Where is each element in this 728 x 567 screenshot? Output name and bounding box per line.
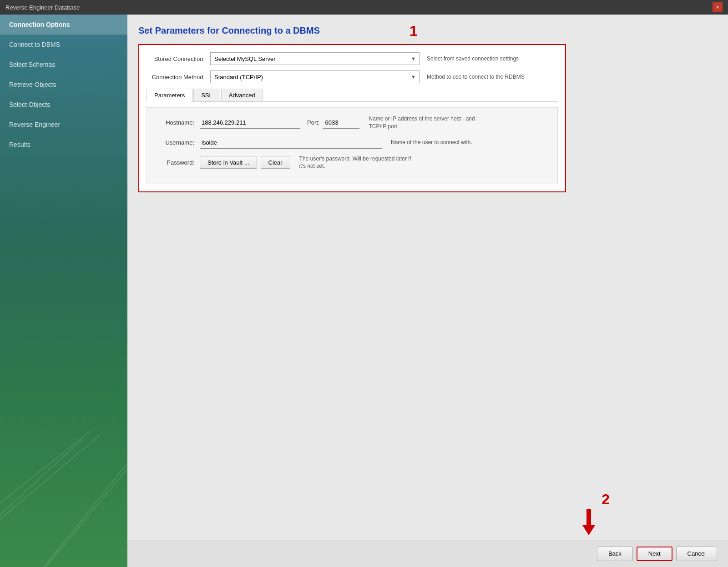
sidebar: Connection Options Connect to DBMS Selec… xyxy=(0,15,127,567)
tab-ssl[interactable]: SSL xyxy=(193,89,220,101)
port-input[interactable] xyxy=(323,117,359,129)
arrow-stem xyxy=(586,509,591,525)
tabs-bar: Parameters SSL Advanced xyxy=(147,89,558,102)
sidebar-item-label: Reverse Engineer xyxy=(9,121,60,128)
main-area: Connection Options Connect to DBMS Selec… xyxy=(0,15,728,567)
password-hint: The user's password. Will be requested l… xyxy=(299,155,418,171)
connection-method-hint: Method to use to connect to the RDBMS xyxy=(427,74,525,80)
params-section: Hostname: Port: Name or IP address of th… xyxy=(147,107,558,184)
annotation-1: 1 xyxy=(410,23,418,40)
sidebar-item-retrieve-objects[interactable]: Retrieve Objects xyxy=(0,75,127,95)
password-row: Password: Store in Vault ... Clear The u… xyxy=(154,155,550,171)
sidebar-item-label: Select Objects xyxy=(9,101,50,108)
username-input[interactable] xyxy=(200,137,382,149)
sidebar-item-label: Select Schemas xyxy=(9,61,55,68)
clear-password-button[interactable]: Clear xyxy=(261,156,290,169)
hostname-row: Hostname: Port: Name or IP address of th… xyxy=(154,115,550,130)
tab-advanced[interactable]: Advanced xyxy=(221,89,263,101)
port-label: Port: xyxy=(307,119,319,126)
stored-connection-select[interactable]: Selectel MySQL Server Local MySQL Remote… xyxy=(210,52,420,65)
next-button[interactable]: Next xyxy=(637,547,672,561)
sidebar-item-reverse-engineer[interactable]: Reverse Engineer xyxy=(0,115,127,135)
connection-method-row: Connection Method: Standard (TCP/IP) TCP… xyxy=(147,70,558,83)
hostname-input[interactable] xyxy=(200,117,300,129)
cancel-button[interactable]: Cancel xyxy=(676,547,717,561)
sidebar-item-select-objects[interactable]: Select Objects xyxy=(0,95,127,115)
title-bar: Reverse Engineer Database × xyxy=(0,0,728,15)
stored-connection-dropdown-wrapper: Selectel MySQL Server Local MySQL Remote… xyxy=(210,52,420,65)
sidebar-item-label: Retrieve Objects xyxy=(9,81,56,88)
username-hint: Name of the user to connect with. xyxy=(391,139,472,146)
arrow-head xyxy=(582,525,595,535)
sidebar-item-select-schemas[interactable]: Select Schemas xyxy=(0,55,127,75)
stored-connection-control: Selectel MySQL Server Local MySQL Remote… xyxy=(210,52,558,65)
stored-connection-row: Stored Connection: Selectel MySQL Server… xyxy=(147,52,558,65)
sidebar-item-results[interactable]: Results xyxy=(0,135,127,155)
connection-method-label: Connection Method: xyxy=(147,74,210,80)
username-row: Username: Name of the user to connect wi… xyxy=(154,137,550,149)
window: Reverse Engineer Database × Connection O… xyxy=(0,0,728,567)
back-button[interactable]: Back xyxy=(597,547,633,561)
arrow-indicator xyxy=(582,509,595,535)
annotation-2-group: 2 xyxy=(602,491,610,508)
sidebar-item-connection-options[interactable]: Connection Options xyxy=(0,15,127,35)
username-label: Username: xyxy=(154,139,200,146)
sidebar-item-label: Connection Options xyxy=(9,21,70,28)
connection-method-select[interactable]: Standard (TCP/IP) TCP/IP over SSH Local … xyxy=(210,70,420,83)
password-label: Password: xyxy=(154,159,200,166)
connection-method-control: Standard (TCP/IP) TCP/IP over SSH Local … xyxy=(210,70,558,83)
sidebar-item-label: Connect to DBMS xyxy=(9,41,60,48)
tab-parameters[interactable]: Parameters xyxy=(147,89,192,102)
form-panel: Stored Connection: Selectel MySQL Server… xyxy=(138,44,566,192)
sidebar-item-connect-to-dbms[interactable]: Connect to DBMS xyxy=(0,35,127,55)
annotation-2: 2 xyxy=(602,491,610,507)
connection-method-dropdown-wrapper: Standard (TCP/IP) TCP/IP over SSH Local … xyxy=(210,70,420,83)
window-title: Reverse Engineer Database xyxy=(5,4,80,11)
sidebar-item-label: Results xyxy=(9,141,30,148)
store-in-vault-button[interactable]: Store in Vault ... xyxy=(200,156,257,169)
content-area: Set Parameters for Connecting to a DBMS … xyxy=(127,15,728,567)
hostname-label: Hostname: xyxy=(154,119,200,126)
footer: Back Next Cancel xyxy=(127,540,728,567)
page-title: Set Parameters for Connecting to a DBMS xyxy=(138,25,717,36)
stored-connection-hint: Select from saved connection settings xyxy=(427,55,519,62)
close-button[interactable]: × xyxy=(713,2,723,12)
stored-connection-label: Stored Connection: xyxy=(147,55,210,62)
hostname-hint: Name or IP address of the server host - … xyxy=(369,115,487,130)
